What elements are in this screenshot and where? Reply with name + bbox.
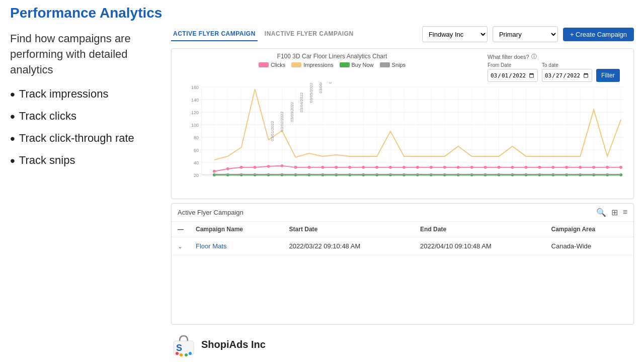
svg-text:60: 60 [194, 148, 199, 153]
svg-point-140 [180, 353, 183, 356]
svg-point-50 [240, 166, 243, 169]
campaign-link[interactable]: Floor Mats [196, 242, 226, 250]
bullet-clicks: Track clicks [10, 110, 161, 124]
page-title: Performance Analytics [10, 5, 634, 21]
legend-color-snips [380, 62, 390, 67]
svg-point-48 [213, 170, 216, 173]
svg-point-60 [375, 166, 378, 169]
to-date-label: To date [542, 62, 592, 68]
svg-point-53 [281, 164, 284, 167]
create-campaign-button[interactable]: + Create Campaign [563, 28, 634, 41]
shopiads-logo-icon: S [171, 332, 196, 357]
company-dropdown[interactable]: Findway Inc Company B [422, 26, 488, 42]
svg-point-52 [267, 165, 270, 168]
svg-point-141 [185, 353, 188, 356]
col-end-date: End Date [414, 222, 545, 237]
legend-label-snips: Snips [392, 62, 406, 68]
svg-point-65 [443, 166, 446, 169]
filter-what-link[interactable]: What filter does? ⓘ [488, 53, 537, 60]
legend-color-buynow [340, 62, 350, 67]
start-date-cell: 2022/03/22 09:10:48 AM [283, 237, 414, 255]
chart-svg-wrapper: 160 140 120 100 80 60 40 20 [177, 82, 628, 195]
col-campaign-name: Campaign Name [190, 222, 283, 237]
legend-color-impressions [291, 62, 301, 67]
svg-text:03/06/2022: 03/06/2022 [318, 82, 323, 93]
analytics-chart-container: F100 3D Car Floor Liners Analytics Chart… [171, 48, 634, 199]
table-header-row: — Campaign Name Start Date End Date Camp… [172, 222, 633, 237]
logo-text: ShopiAds Inc [201, 339, 266, 350]
campaign-area-cell: Canada-Wide [545, 237, 633, 255]
expand-cell[interactable]: ⌄ [172, 237, 190, 255]
svg-text:03/07/2022: 03/07/2022 [328, 82, 333, 83]
table-action-icons: 🔍 ⊞ ≡ [596, 208, 627, 217]
type-dropdown[interactable]: Primary Secondary [493, 26, 558, 42]
from-date-group: From Date [488, 62, 538, 82]
legend-label-buynow: Buy Now [352, 62, 374, 68]
svg-point-58 [348, 166, 351, 169]
table-head: — Campaign Name Start Date End Date Camp… [172, 222, 633, 237]
filter-what-label: What filter does? [488, 54, 529, 60]
logo-svg: S [171, 332, 196, 357]
legend-clicks: Clicks [259, 62, 285, 68]
svg-text:03/02/2022: 03/02/2022 [280, 111, 284, 131]
svg-point-78 [619, 166, 622, 169]
svg-point-59 [362, 166, 365, 169]
grid-view-icon[interactable]: ⊞ [611, 208, 618, 217]
svg-point-51 [254, 166, 257, 169]
description-text: Find how campaigns are performing with d… [10, 31, 161, 77]
svg-point-63 [416, 166, 419, 169]
legend-label-impressions: Impressions [303, 62, 333, 68]
campaigns-table: — Campaign Name Start Date End Date Camp… [172, 222, 633, 255]
end-date-cell: 2022/04/10 09:10:48 AM [414, 237, 545, 255]
svg-text:S: S [176, 343, 182, 353]
left-panel: Find how campaigns are performing with d… [10, 26, 161, 357]
svg-text:03/04/2022: 03/04/2022 [299, 92, 304, 112]
table-header-bar: Active Flyer Campaign 🔍 ⊞ ≡ [172, 204, 633, 222]
col-expand: — [172, 222, 190, 237]
svg-text:120: 120 [191, 110, 199, 115]
svg-point-57 [335, 166, 338, 169]
from-date-input[interactable] [488, 69, 538, 82]
legend-snips: Snips [380, 62, 406, 68]
col-start-date: Start Date [283, 222, 414, 237]
info-icon: ⓘ [531, 53, 537, 60]
tab-inactive-flyer[interactable]: INACTIVE FLYER CAMPAIGN [263, 27, 356, 41]
table-body: ⌄ Floor Mats 2022/03/22 09:10:48 AM 2022… [172, 237, 633, 255]
legend-buynow: Buy Now [340, 62, 374, 68]
svg-text:40: 40 [194, 160, 199, 165]
svg-point-74 [565, 166, 568, 169]
chart-legend: Clicks Impressions Buy Now [177, 62, 488, 68]
svg-point-142 [189, 352, 192, 355]
tab-active-flyer[interactable]: ACTIVE FLYER CAMPAIGN [171, 27, 258, 41]
svg-text:160: 160 [191, 85, 199, 90]
campaign-name-cell: Floor Mats [190, 237, 283, 255]
svg-text:03/03/2022: 03/03/2022 [290, 102, 294, 122]
to-date-group: To date [542, 62, 592, 82]
legend-color-clicks [259, 62, 269, 67]
svg-text:20: 20 [194, 173, 199, 178]
campaign-table-container: Active Flyer Campaign 🔍 ⊞ ≡ — Campaign N… [171, 203, 634, 325]
svg-text:140: 140 [191, 98, 199, 103]
svg-point-72 [538, 166, 541, 169]
to-date-input[interactable] [542, 69, 592, 82]
top-bar: ACTIVE FLYER CAMPAIGN INACTIVE FLYER CAM… [171, 26, 634, 44]
svg-text:03/05/2022: 03/05/2022 [309, 82, 313, 103]
svg-point-66 [457, 166, 460, 169]
bullet-ctr: Track click-through rate [10, 132, 161, 146]
svg-text:80: 80 [194, 135, 199, 140]
date-filter-row: From Date To date Filter [488, 62, 620, 82]
svg-point-69 [498, 166, 501, 169]
search-icon[interactable]: 🔍 [596, 208, 606, 217]
svg-point-62 [403, 166, 406, 169]
footer: S ShopiAds Inc [171, 329, 634, 357]
expand-icon[interactable]: ⌄ [178, 243, 183, 250]
col-campaign-area: Campaign Area [545, 222, 633, 237]
filter-icon[interactable]: ≡ [623, 208, 627, 217]
chart-filter-panel: What filter does? ⓘ From Date To date [488, 53, 628, 82]
svg-text:100: 100 [191, 123, 199, 128]
filter-button[interactable]: Filter [596, 69, 620, 82]
legend-label-clicks: Clicks [271, 62, 285, 68]
svg-point-56 [321, 166, 324, 169]
svg-point-139 [176, 352, 179, 355]
svg-point-49 [226, 167, 229, 170]
